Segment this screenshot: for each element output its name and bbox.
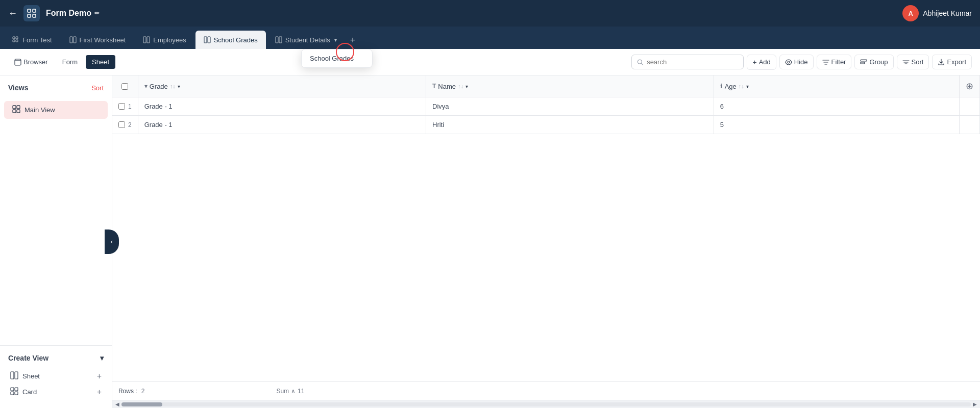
edit-icon[interactable]: ✏ [94, 10, 100, 17]
back-button[interactable]: ← [8, 8, 17, 19]
add-column-button[interactable]: ⊕ [960, 75, 980, 97]
row-1-age[interactable]: 6 [714, 97, 959, 116]
add-card-view-icon[interactable]: + [97, 388, 102, 397]
svg-rect-15 [279, 37, 282, 43]
age-sort-icon[interactable]: ↑↓ [739, 83, 744, 89]
tab-school-grades[interactable]: School Grades [195, 31, 266, 49]
dropdown-item-school-grades[interactable]: School Grades [302, 49, 372, 67]
name-header[interactable]: T Name ↑↓ ▾ [426, 75, 714, 97]
search-icon [637, 59, 644, 66]
search-box[interactable] [631, 55, 744, 69]
filter-icon [822, 59, 829, 66]
top-navigation: ← Form Demo ✏ A Abhijeet Kumar [0, 0, 980, 27]
row-1-name[interactable]: Divya [426, 97, 714, 116]
row-2-name[interactable]: Hriti [426, 116, 714, 134]
create-view-chevron-icon: ▾ [100, 354, 104, 362]
tab-form-test[interactable]: Form Test [4, 31, 60, 49]
svg-rect-5 [16, 37, 18, 39]
plus-icon: + [752, 58, 756, 66]
tab-icon [275, 36, 282, 43]
svg-rect-1 [33, 9, 36, 12]
avatar: A [902, 5, 919, 21]
tab-first-worksheet[interactable]: First Worksheet [61, 31, 134, 49]
tabs-bar: Form Test First Worksheet Employees Scho… [0, 27, 980, 49]
tab-employees[interactable]: Employees [135, 31, 194, 49]
export-button[interactable]: Export [932, 55, 972, 69]
row-1-checkbox[interactable] [118, 103, 125, 110]
row-2-grade[interactable]: Grade - 1 [138, 116, 426, 134]
sum-label: Sum [276, 388, 289, 395]
row-1-extra [960, 97, 980, 116]
create-view-sheet[interactable]: Sheet + [8, 368, 104, 384]
tab-icon [204, 36, 211, 43]
scroll-left-arrow[interactable]: ◀ [113, 400, 121, 409]
sidebar-item-main-view[interactable]: Main View [4, 101, 108, 119]
svg-rect-4 [13, 37, 15, 39]
dropdown-chevron-icon: ▾ [334, 37, 337, 43]
row-2-num: 2 [112, 116, 138, 134]
toolbar-right: + Add Hide Filter Group [631, 55, 972, 70]
name-sort-icon[interactable]: ↑↓ [458, 83, 463, 89]
card-view-label: Card [22, 388, 37, 396]
svg-rect-21 [861, 60, 867, 61]
scroll-track[interactable] [121, 402, 971, 406]
export-icon [938, 59, 945, 66]
grade-header[interactable]: ▾ Grade ↑↓ ▾ [138, 75, 426, 97]
tab-student-details[interactable]: Student Details ▾ [267, 31, 345, 49]
age-filter-icon[interactable]: ▾ [746, 84, 749, 89]
svg-rect-13 [208, 37, 210, 43]
browser-icon [14, 59, 21, 66]
scroll-right-arrow[interactable]: ▶ [971, 400, 979, 409]
app-title: Form Demo ✏ [46, 9, 100, 18]
row-2-checkbox[interactable] [118, 121, 125, 128]
sheet-button[interactable]: Sheet [86, 55, 115, 69]
svg-rect-26 [17, 110, 20, 113]
svg-rect-23 [13, 106, 16, 109]
sidebar-sort-button[interactable]: Sort [91, 84, 104, 92]
svg-rect-2 [28, 14, 31, 17]
table-header-row: ▾ Grade ↑↓ ▾ T Name ↑↓ ▾ [112, 75, 980, 97]
grade-sort-icon[interactable]: ↑↓ [170, 83, 176, 89]
search-input[interactable] [647, 58, 738, 66]
scroll-thumb[interactable] [121, 402, 162, 406]
sum-chevron-icon: ∧ [291, 388, 296, 395]
add-sheet-view-icon[interactable]: + [97, 372, 102, 381]
create-view-card[interactable]: Card + [8, 384, 104, 400]
app-icon [23, 5, 40, 21]
svg-rect-9 [74, 37, 76, 43]
group-icon [860, 59, 867, 66]
svg-rect-10 [143, 37, 146, 43]
horizontal-scrollbar[interactable]: ◀ ▶ [112, 400, 980, 408]
grade-filter-icon[interactable]: ▾ [178, 84, 180, 89]
row-2-age[interactable]: 5 [714, 116, 959, 134]
sort-icon [902, 59, 910, 66]
tab-icon [69, 36, 77, 43]
svg-rect-8 [70, 37, 72, 43]
sidebar-bottom: Create View ▾ Sheet + [0, 345, 112, 408]
create-view-header[interactable]: Create View ▾ [8, 354, 104, 362]
table-body: 1 Grade - 1 Divya 6 2 [112, 97, 980, 134]
group-button[interactable]: Group [854, 55, 893, 69]
main-view-label: Main View [24, 106, 55, 114]
user-name: Abhijeet Kumar [923, 9, 972, 17]
svg-point-20 [788, 61, 790, 63]
row-1-grade[interactable]: Grade - 1 [138, 97, 426, 116]
hide-button[interactable]: Hide [779, 55, 814, 69]
add-button[interactable]: + Add [747, 55, 776, 70]
table-row: 1 Grade - 1 Divya 6 [112, 97, 980, 116]
add-tab-button[interactable]: + [346, 32, 360, 49]
form-button[interactable]: Form [56, 55, 84, 69]
browser-label: Browser [23, 58, 48, 66]
tab-label: First Worksheet [80, 36, 126, 44]
select-all-checkbox[interactable] [121, 83, 128, 90]
sort-button[interactable]: Sort [897, 55, 929, 69]
age-header[interactable]: ℹ Age ↑↓ ▾ [714, 75, 959, 97]
browser-button[interactable]: Browser [8, 55, 54, 69]
filter-button[interactable]: Filter [817, 55, 852, 69]
card-view-icon [10, 387, 18, 397]
svg-rect-31 [11, 392, 14, 395]
tab-label: Student Details [285, 36, 330, 44]
svg-rect-12 [204, 37, 207, 43]
name-filter-icon[interactable]: ▾ [465, 84, 468, 89]
svg-rect-0 [28, 9, 31, 12]
